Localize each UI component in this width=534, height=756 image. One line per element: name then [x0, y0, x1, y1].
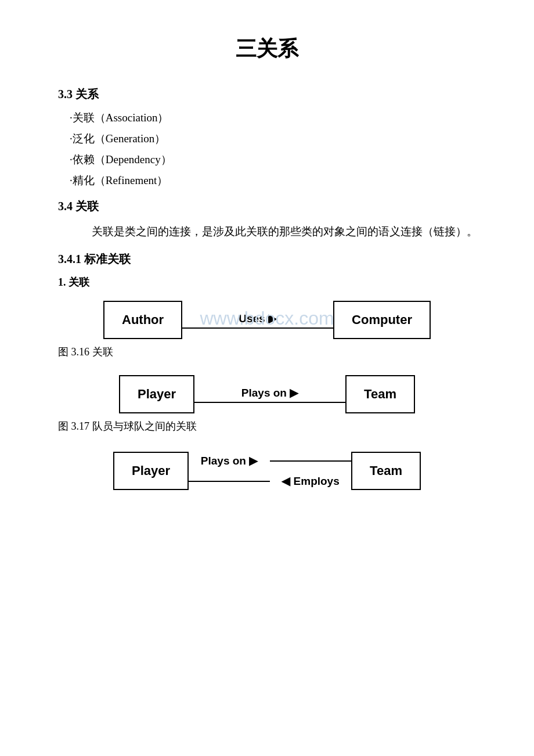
dual-arrow-container: Plays on ▶ ◀ Employs	[189, 451, 351, 491]
section-34-heading: 3.4 关联	[58, 199, 488, 214]
box-computer: Computer	[333, 301, 431, 339]
arrow-uses-body	[182, 327, 333, 329]
arrow-top-row: Plays on ▶	[189, 454, 351, 467]
section-341-heading: 3.4.1 标准关联	[58, 251, 488, 267]
box-player-2: Player	[113, 452, 189, 490]
caption-diagram2: 图 3.17 队员与球队之间的关联	[58, 419, 488, 433]
arrow-plays-on: Plays on ▶	[194, 386, 345, 403]
bullet-generation: ·泛化（Generation）	[70, 131, 488, 146]
bullet-dependency: ·依赖（Dependency）	[70, 152, 488, 167]
box-player-1: Player	[119, 375, 194, 413]
arrow-top-label: Plays on ▶	[189, 454, 270, 467]
box-author: Author	[103, 301, 182, 339]
box-team-1: Team	[345, 375, 415, 413]
bullet-refinement: ·精化（Refinement）	[70, 173, 488, 188]
diagram-author-computer: Author Uses ▶ Computer	[46, 301, 488, 339]
arrow-uses-label: Uses ▶	[182, 312, 333, 325]
arrow-bottom-row: ◀ Employs	[189, 474, 351, 488]
diagram-label-1: 1. 关联	[58, 275, 488, 289]
arrow-plays-on-line	[194, 402, 345, 403]
arrow-plays-on-body	[194, 402, 345, 403]
diagram-player-team-1: Player Plays on ▶ Team	[46, 375, 488, 413]
box-team-2: Team	[351, 452, 421, 490]
bullet-association: ·关联（Association）	[70, 110, 488, 125]
section-33: 3.3 关系 ·关联（Association） ·泛化（Generation） …	[46, 87, 488, 188]
arrow-uses: Uses ▶	[182, 312, 333, 329]
arrow-bottom-label: ◀ Employs	[270, 474, 351, 488]
section-34: 3.4 关联 关联是类之间的连接，是涉及此关联的那些类的对象之间的语义连接（链接…	[46, 199, 488, 491]
arrow-plays-on-label: Plays on ▶	[194, 386, 345, 399]
diagram-player-team-dual: Player Plays on ▶ ◀ Employs Team	[46, 451, 488, 491]
caption-diagram1: 图 3.16 关联	[58, 345, 488, 359]
section-33-heading: 3.3 关系	[58, 87, 488, 102]
page-title: 三关系	[46, 35, 488, 63]
section-34-paragraph: 关联是类之间的连接，是涉及此关联的那些类的对象之间的语义连接（链接）。	[70, 222, 488, 241]
section-341: 3.4.1 标准关联 1. 关联 www.bdocx.com Author Us…	[46, 251, 488, 491]
arrow-uses-line	[182, 327, 333, 329]
